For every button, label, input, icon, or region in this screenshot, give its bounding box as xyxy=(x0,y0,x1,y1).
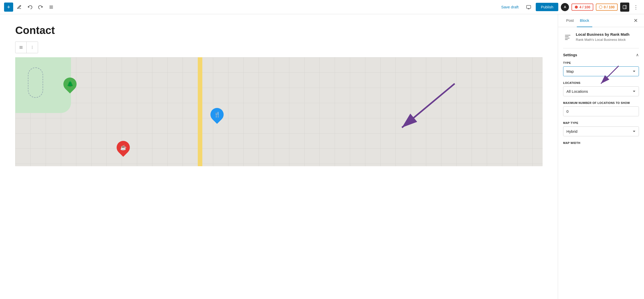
sidebar-tabs: Post Block ✕ xyxy=(558,14,644,27)
map-grid xyxy=(15,57,543,166)
chevron-up-icon: ∧ xyxy=(636,52,639,57)
save-draft-button[interactable]: Save draft xyxy=(498,3,522,11)
tools-button[interactable] xyxy=(15,3,24,12)
more-options-button[interactable]: ⋮ xyxy=(632,3,640,12)
document-overview-button[interactable] xyxy=(47,3,56,12)
tab-block[interactable]: Block xyxy=(577,14,592,27)
block-info: Local Business by Rank Math Rank Math's … xyxy=(563,32,639,42)
map-pin-red[interactable]: ☕ xyxy=(117,141,130,154)
block-list-view-button[interactable] xyxy=(15,42,27,53)
seo-score-value: 4 / 100 xyxy=(579,5,590,9)
svg-point-12 xyxy=(32,46,32,46)
map-pin-green[interactable]: 🌲 xyxy=(63,78,77,91)
right-sidebar: Post Block ✕ Local Business by Rank Math… xyxy=(558,14,644,299)
locations-select[interactable]: All Locations Location 1 Location 2 xyxy=(563,86,639,96)
pin-red-icon: ☕ xyxy=(120,144,127,151)
preview-button[interactable] xyxy=(524,3,533,12)
block-icon xyxy=(563,33,572,42)
type-label: TYPE xyxy=(563,61,639,64)
undo-button[interactable] xyxy=(25,3,34,12)
svg-rect-3 xyxy=(527,5,531,8)
rank-math-avatar[interactable]: A xyxy=(561,3,569,11)
type-select[interactable]: Map List Table xyxy=(563,66,639,76)
block-controls xyxy=(15,42,38,53)
pin-blue-icon: 🍴 xyxy=(214,111,220,118)
svg-rect-7 xyxy=(623,5,627,9)
toolbar-right: Save draft Publish A 4 / 100 0 / 100 ⋮ xyxy=(498,3,640,12)
page-title: Contact xyxy=(15,24,543,36)
block-options-button[interactable] xyxy=(27,42,38,53)
readability-score-badge[interactable]: 0 / 100 xyxy=(596,4,618,11)
map-width-field-group: MAP WIDTH xyxy=(563,141,639,144)
park-area xyxy=(15,57,71,113)
pin-green-icon: 🌲 xyxy=(67,81,74,87)
map-background: 🌲 🍴 ☕ xyxy=(15,57,543,166)
svg-point-13 xyxy=(32,47,32,48)
redo-button[interactable] xyxy=(36,3,45,12)
block-info-text: Local Business by Rank Math Rank Math's … xyxy=(576,32,639,42)
block-info-desc: Rank Math's Local Business block xyxy=(576,38,639,42)
add-block-button[interactable]: + xyxy=(4,3,13,12)
svg-point-14 xyxy=(32,48,32,49)
locations-field-group: LOCATIONS All Locations Location 1 Locat… xyxy=(563,81,639,96)
map-width-label: MAP WIDTH xyxy=(563,141,639,144)
toolbar: + Save draft Pub xyxy=(0,0,644,14)
block-info-title: Local Business by Rank Math xyxy=(576,32,639,36)
svg-point-6 xyxy=(599,6,602,9)
map-type-label: MAP TYPE xyxy=(563,121,639,124)
max-locations-field-group: MAXIMUM NUMBER OF LOCATIONS TO SHOW xyxy=(563,101,639,116)
map-type-field-group: MAP TYPE Hybrid Roadmap Satellite Terrai… xyxy=(563,121,639,136)
sidebar-toggle-button[interactable] xyxy=(620,3,629,12)
editor-area: Contact xyxy=(0,14,558,299)
seo-score-badge[interactable]: 4 / 100 xyxy=(571,4,593,11)
readability-score-value: 0 / 100 xyxy=(604,5,615,9)
toolbar-left: + xyxy=(4,3,56,12)
type-field-group: TYPE Map List Table xyxy=(563,61,639,76)
map-container[interactable]: 🌲 🍴 ☕ xyxy=(15,57,543,166)
max-locations-label: MAXIMUM NUMBER OF LOCATIONS TO SHOW xyxy=(563,101,639,104)
settings-header[interactable]: Settings ∧ xyxy=(563,52,639,57)
max-locations-input[interactable] xyxy=(563,106,639,116)
settings-title: Settings xyxy=(563,53,577,57)
map-type-select[interactable]: Hybrid Roadmap Satellite Terrain xyxy=(563,126,639,136)
sidebar-content: Local Business by Rank Math Rank Math's … xyxy=(558,27,644,299)
main-layout: Contact xyxy=(0,14,644,299)
road-yellow xyxy=(198,57,202,166)
locations-label: LOCATIONS xyxy=(563,81,639,84)
tab-post[interactable]: Post xyxy=(563,14,577,27)
publish-button[interactable]: Publish xyxy=(536,3,558,11)
park-path xyxy=(28,67,43,98)
settings-section: Settings ∧ TYPE Map List Table LOCATIONS xyxy=(563,48,639,144)
map-pin-blue[interactable]: 🍴 xyxy=(210,108,224,121)
sidebar-close-button[interactable]: ✕ xyxy=(633,16,639,25)
